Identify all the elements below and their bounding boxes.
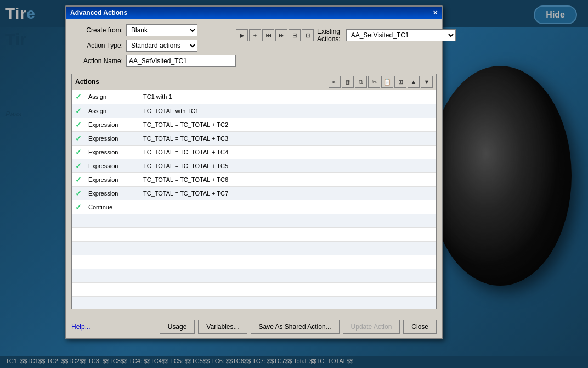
detail-cell	[140, 227, 436, 241]
table-row[interactable]: ✓ExpressionTC_TOTAL = TC_TOTAL + TC3	[72, 131, 436, 145]
left-form: Create from: Blank Action Type: Standard…	[71, 24, 236, 70]
expand-btn[interactable]: ⊡	[302, 29, 314, 41]
top-form-area: Create from: Blank Action Type: Standard…	[71, 24, 437, 70]
type-cell: Expression	[85, 172, 140, 186]
create-from-row: Create from: Blank	[71, 24, 236, 36]
table-row[interactable]: ✓AssignTC1 with 1	[72, 90, 436, 104]
usage-button[interactable]: Usage	[160, 320, 195, 334]
type-cell: Expression	[85, 118, 140, 131]
advanced-actions-dialog: Advanced Actions ✕ Create from: Blank Ac…	[65, 5, 443, 339]
copy-btn[interactable]: ⧉	[355, 76, 367, 88]
table-row[interactable]	[72, 282, 436, 296]
dialog-title: Advanced Actions	[70, 9, 127, 16]
check-icon: ✓	[75, 175, 82, 184]
detail-cell: TC_TOTAL = TC_TOTAL + TC7	[140, 186, 436, 200]
check-cell: ✓	[72, 104, 85, 118]
cut-btn[interactable]: ✂	[368, 76, 380, 88]
create-from-select[interactable]: Blank	[126, 24, 197, 36]
paste-btn[interactable]: 📋	[381, 76, 393, 88]
check-cell	[72, 282, 85, 296]
table-row[interactable]	[72, 255, 436, 269]
grid-btn[interactable]: ⊞	[289, 29, 301, 41]
detail-cell	[140, 269, 436, 282]
dialog-close-icon[interactable]: ✕	[433, 9, 438, 16]
table-row[interactable]	[72, 269, 436, 282]
check-cell	[72, 296, 85, 309]
right-form: ▶ + ⏮ ⏭ ⊞ ⊡ Existing Actions: AA_SetVisi…	[236, 24, 456, 43]
detail-cell: TC_TOTAL = TC_TOTAL + TC3	[140, 131, 436, 145]
close-button[interactable]: Close	[403, 320, 437, 334]
check-icon: ✓	[75, 120, 82, 129]
detail-cell: TC_TOTAL = TC_TOTAL + TC5	[140, 159, 436, 172]
type-cell: Expression	[85, 145, 140, 159]
action-type-label: Action Type:	[71, 42, 126, 49]
type-cell	[85, 282, 140, 296]
existing-actions-select[interactable]: AA_SetVisited_TC1	[346, 29, 456, 41]
check-icon: ✓	[75, 92, 82, 101]
actions-table-wrapper[interactable]: ✓AssignTC1 with 1✓AssignTC_TOTAL with TC…	[71, 90, 437, 309]
move-down-btn[interactable]: ▼	[421, 76, 433, 88]
actions-section: Actions ⇤ 🗑 ⧉ ✂ 📋 ⊞ ▲ ▼ ✓AssignTC1 with …	[71, 74, 437, 309]
check-cell	[72, 214, 85, 227]
rewind-btn[interactable]: ⏮	[262, 29, 274, 41]
detail-cell: TC_TOTAL with TC1	[140, 104, 436, 118]
check-cell: ✓	[72, 90, 85, 104]
action-name-input[interactable]	[126, 55, 236, 67]
action-name-label: Action Name:	[71, 57, 126, 65]
type-cell	[85, 214, 140, 227]
type-cell: Expression	[85, 131, 140, 145]
table-row[interactable]: ✓ExpressionTC_TOTAL = TC_TOTAL + TC2	[72, 118, 436, 131]
check-cell: ✓	[72, 145, 85, 159]
table-row[interactable]: ✓Continue	[72, 200, 436, 214]
delete-btn[interactable]: 🗑	[342, 76, 354, 88]
check-cell	[72, 269, 85, 282]
play-btn[interactable]: ▶	[236, 29, 248, 41]
table-row[interactable]: ✓AssignTC_TOTAL with TC1	[72, 104, 436, 118]
help-link[interactable]: Help...	[71, 323, 91, 331]
detail-cell: TC_TOTAL = TC_TOTAL + TC2	[140, 118, 436, 131]
check-cell: ✓	[72, 118, 85, 131]
check-cell: ✓	[72, 172, 85, 186]
detail-cell: TC_TOTAL = TC_TOTAL + TC4	[140, 145, 436, 159]
dialog-titlebar: Advanced Actions ✕	[66, 7, 442, 19]
move-up-btn[interactable]: ▲	[408, 76, 420, 88]
check-cell: ✓	[72, 200, 85, 214]
existing-actions-label: Existing Actions:	[317, 27, 344, 43]
detail-cell: TC1 with 1	[140, 90, 436, 104]
table-row[interactable]: ✓ExpressionTC_TOTAL = TC_TOTAL + TC4	[72, 145, 436, 159]
forward-btn[interactable]: ⏭	[275, 29, 287, 41]
check-cell	[72, 255, 85, 269]
detail-cell: TC_TOTAL = TC_TOTAL + TC6	[140, 172, 436, 186]
check-icon: ✓	[75, 203, 82, 211]
table-row[interactable]	[72, 214, 436, 227]
indent-btn[interactable]: ⇤	[329, 76, 341, 88]
type-cell	[85, 227, 140, 241]
actions-table: ✓AssignTC1 with 1✓AssignTC_TOTAL with TC…	[72, 90, 436, 309]
actions-label: Actions	[75, 78, 99, 86]
add-btn[interactable]: +	[249, 29, 261, 41]
insert-btn[interactable]: ⊞	[394, 76, 406, 88]
table-row[interactable]	[72, 241, 436, 255]
actions-toolbar: ⇤ 🗑 ⧉ ✂ 📋 ⊞ ▲ ▼	[329, 76, 433, 88]
variables-button[interactable]: Variables...	[198, 320, 247, 334]
table-row[interactable]: ✓ExpressionTC_TOTAL = TC_TOTAL + TC7	[72, 186, 436, 200]
table-row[interactable]	[72, 296, 436, 309]
actions-header: Actions ⇤ 🗑 ⧉ ✂ 📋 ⊞ ▲ ▼	[71, 74, 437, 90]
action-type-select[interactable]: Standard actions	[126, 40, 197, 52]
playback-toolbar: ▶ + ⏮ ⏭ ⊞ ⊡	[236, 29, 314, 41]
detail-cell	[140, 255, 436, 269]
table-row[interactable]	[72, 227, 436, 241]
save-shared-button[interactable]: Save As Shared Action...	[251, 320, 340, 334]
table-row[interactable]: ✓ExpressionTC_TOTAL = TC_TOTAL + TC6	[72, 172, 436, 186]
detail-cell	[140, 282, 436, 296]
check-icon: ✓	[75, 107, 82, 115]
check-cell: ✓	[72, 131, 85, 145]
dialog-footer: Help... Usage Variables... Save As Share…	[66, 315, 442, 338]
update-action-button[interactable]: Update Action	[343, 320, 400, 334]
check-icon: ✓	[75, 161, 82, 170]
type-cell: Assign	[85, 90, 140, 104]
type-cell	[85, 296, 140, 309]
table-row[interactable]: ✓ExpressionTC_TOTAL = TC_TOTAL + TC5	[72, 159, 436, 172]
check-icon: ✓	[75, 148, 82, 157]
type-cell	[85, 241, 140, 255]
